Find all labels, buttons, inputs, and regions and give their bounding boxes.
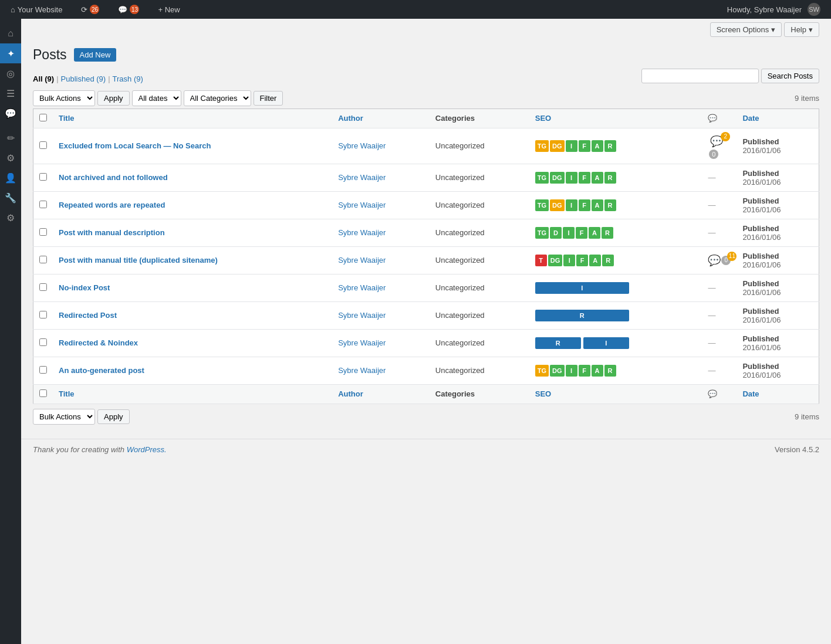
comment-count-wrapper[interactable]: 💬 0 11 bbox=[708, 254, 731, 267]
tablenav-top: Bulk Actions Apply All dates All Categor… bbox=[33, 90, 819, 106]
table-row: Post with manual title (duplicated siten… bbox=[33, 246, 819, 274]
site-home-link[interactable]: ⌂ Your Website bbox=[6, 0, 67, 19]
post-comments-cell: 💬 0 11 bbox=[702, 246, 737, 274]
search-posts-button[interactable]: Search Posts bbox=[761, 69, 819, 83]
sidebar-item-tools[interactable]: 🔧 bbox=[0, 188, 21, 208]
sidebar-item-dashboard[interactable]: ⌂ bbox=[0, 23, 21, 43]
post-author-cell: Sybre Waaijer bbox=[332, 219, 430, 246]
row-checkbox[interactable] bbox=[39, 141, 47, 149]
title-column-header[interactable]: Title bbox=[53, 109, 332, 128]
seo-badge-i: I bbox=[563, 255, 575, 266]
filter-published-link[interactable]: Published (9) bbox=[61, 74, 106, 83]
updates-link[interactable]: ⟳ 26 bbox=[76, 0, 104, 19]
post-author-link[interactable]: Sybre Waaijer bbox=[338, 173, 386, 182]
sidebar-item-settings[interactable]: ⚙ bbox=[0, 208, 21, 228]
post-author-link[interactable]: Sybre Waaijer bbox=[338, 256, 386, 265]
date-column-footer[interactable]: Date bbox=[737, 384, 819, 404]
post-title-link[interactable]: Redirected Post bbox=[59, 311, 117, 320]
howdy-menu[interactable]: Howdy, Sybre Waaijer SW bbox=[722, 0, 825, 19]
comment-count-bubble[interactable]: 💬 2 bbox=[708, 133, 725, 150]
post-title-link[interactable]: Redirected & Noindex bbox=[59, 338, 138, 347]
help-button[interactable]: Help ▾ bbox=[784, 22, 819, 37]
seo-badge-i: I bbox=[566, 172, 577, 184]
post-date-status: Published bbox=[742, 362, 779, 371]
items-count-bottom: 9 items bbox=[795, 412, 819, 421]
sidebar-item-plugins[interactable]: ⚙ bbox=[0, 148, 21, 168]
select-all-checkbox-bottom[interactable] bbox=[39, 389, 47, 397]
bulk-actions-select-bottom[interactable]: Bulk Actions bbox=[33, 409, 95, 425]
post-author-link[interactable]: Sybre Waaijer bbox=[338, 311, 386, 320]
bulk-actions-select-top[interactable]: Bulk Actions bbox=[33, 90, 95, 106]
post-title-link[interactable]: Excluded from Local Search — No Search bbox=[59, 141, 211, 150]
sidebar-item-appearance[interactable]: ✏ bbox=[0, 128, 21, 148]
filter-button[interactable]: Filter bbox=[254, 91, 283, 106]
seo-badge-f: F bbox=[579, 199, 590, 211]
post-author-link[interactable]: Sybre Waaijer bbox=[338, 338, 386, 347]
seo-badge-t: T bbox=[535, 255, 547, 266]
filter-trash-link[interactable]: Trash (9) bbox=[113, 74, 143, 83]
post-date-status: Published bbox=[742, 137, 779, 146]
post-author-link[interactable]: Sybre Waaijer bbox=[338, 283, 386, 292]
row-checkbox[interactable] bbox=[39, 228, 47, 236]
row-checkbox-cell bbox=[33, 274, 53, 301]
add-new-button[interactable]: Add New bbox=[74, 48, 117, 62]
post-title-link[interactable]: Not archived and not followed bbox=[59, 173, 168, 182]
post-date-status: Published bbox=[742, 169, 779, 178]
comment-approved-count: 11 bbox=[727, 252, 737, 261]
seo-bar: TG DG I F A R bbox=[535, 365, 697, 377]
post-categories-cell: Uncategorized bbox=[430, 301, 529, 329]
sidebar-item-media[interactable]: ◎ bbox=[0, 63, 21, 83]
search-input[interactable] bbox=[641, 69, 759, 83]
seo-badge-dg: DG bbox=[550, 140, 565, 152]
row-checkbox[interactable] bbox=[39, 283, 47, 291]
post-date-status: Published bbox=[742, 279, 779, 288]
categories-filter-select[interactable]: All Categories bbox=[184, 90, 251, 106]
post-title-link[interactable]: Post with manual description bbox=[59, 228, 165, 237]
posts-table: Title Author Categories SEO 💬 bbox=[33, 109, 819, 404]
post-title-link[interactable]: An auto-generated post bbox=[59, 366, 144, 375]
row-checkbox[interactable] bbox=[39, 173, 47, 181]
comment-approved-count: 2 bbox=[721, 132, 730, 141]
screen-options-button[interactable]: Screen Options ▾ bbox=[710, 22, 782, 37]
row-checkbox-cell bbox=[33, 128, 53, 164]
post-author-link[interactable]: Sybre Waaijer bbox=[338, 228, 386, 237]
seo-badge-dg: DG bbox=[550, 199, 565, 211]
post-author-link[interactable]: Sybre Waaijer bbox=[338, 201, 386, 209]
sidebar-item-pages[interactable]: ☰ bbox=[0, 83, 21, 103]
row-checkbox[interactable] bbox=[39, 366, 47, 374]
howdy-text: Howdy, Sybre Waaijer bbox=[727, 5, 802, 14]
apply-button-bottom[interactable]: Apply bbox=[97, 409, 130, 424]
post-comments-cell: 💬 2 0 bbox=[702, 128, 737, 164]
seo-badge-a: A bbox=[589, 227, 600, 239]
footer-text: Thank you for creating with bbox=[33, 445, 127, 454]
filter-all-link[interactable]: All (9) bbox=[33, 74, 54, 83]
no-comments-dash: — bbox=[708, 338, 715, 347]
post-author-link[interactable]: Sybre Waaijer bbox=[338, 366, 386, 375]
dates-filter-select[interactable]: All dates bbox=[132, 90, 181, 106]
comment-bubble-icon: 💬 bbox=[708, 254, 721, 267]
seo-badge-a: A bbox=[589, 255, 601, 266]
seo-badge-dg: DG bbox=[548, 255, 563, 266]
select-all-checkbox[interactable] bbox=[39, 114, 47, 121]
sidebar-item-comments[interactable]: 💬 bbox=[0, 103, 21, 123]
apply-button-top[interactable]: Apply bbox=[97, 91, 130, 106]
row-checkbox[interactable] bbox=[39, 201, 47, 208]
post-date-cell: Published 2016/01/06 bbox=[737, 246, 819, 274]
sidebar-item-posts[interactable]: ✦ bbox=[0, 43, 21, 63]
row-checkbox[interactable] bbox=[39, 311, 47, 318]
wordpress-link[interactable]: WordPress. bbox=[127, 445, 167, 454]
post-title-link[interactable]: Repeated words are repeated bbox=[59, 201, 165, 209]
row-checkbox[interactable] bbox=[39, 338, 47, 346]
post-title-link[interactable]: No-index Post bbox=[59, 283, 110, 292]
comments-link[interactable]: 💬 13 bbox=[113, 0, 144, 19]
seo-badge-i: I bbox=[566, 140, 577, 152]
title-column-footer[interactable]: Title bbox=[53, 384, 332, 404]
row-checkbox[interactable] bbox=[39, 256, 47, 263]
sidebar-item-users[interactable]: 👤 bbox=[0, 168, 21, 188]
date-column-header[interactable]: Date bbox=[737, 109, 819, 128]
post-title-link[interactable]: Post with manual title (duplicated siten… bbox=[59, 256, 218, 265]
new-content-link[interactable]: + New bbox=[153, 0, 184, 19]
seo-badge-tg: TG bbox=[535, 365, 549, 377]
table-row: No-index Post Sybre Waaijer Uncategorize… bbox=[33, 274, 819, 301]
post-author-link[interactable]: Sybre Waaijer bbox=[338, 141, 386, 150]
